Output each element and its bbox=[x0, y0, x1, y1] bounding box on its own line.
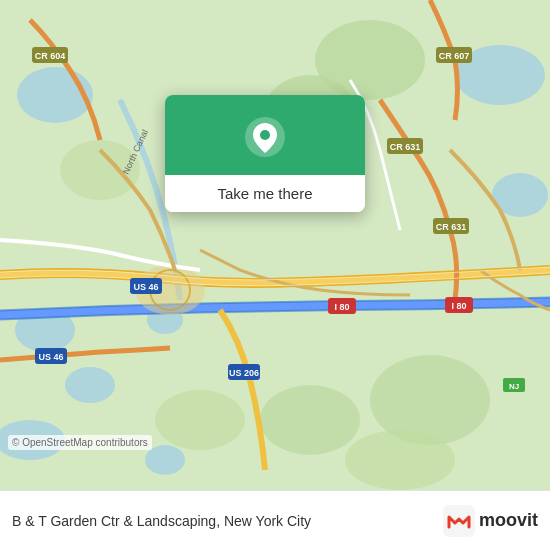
svg-point-12 bbox=[260, 385, 360, 455]
svg-text:US 46: US 46 bbox=[38, 352, 63, 362]
copyright-text: © OpenStreetMap contributors bbox=[8, 435, 152, 450]
svg-point-40 bbox=[260, 130, 270, 140]
map-container: North Canal US 4 bbox=[0, 0, 550, 490]
popup-green-area bbox=[165, 95, 365, 175]
bottom-bar: B & T Garden Ctr & Landscaping, New York… bbox=[0, 490, 550, 550]
map-svg: North Canal US 4 bbox=[0, 0, 550, 490]
moovit-icon bbox=[443, 505, 475, 537]
take-me-there-button[interactable]: Take me there bbox=[165, 175, 365, 212]
svg-point-14 bbox=[155, 390, 245, 450]
svg-text:I 80: I 80 bbox=[334, 302, 349, 312]
svg-point-15 bbox=[345, 430, 455, 490]
location-name: B & T Garden Ctr & Landscaping, New York… bbox=[12, 513, 443, 529]
svg-text:CR 631: CR 631 bbox=[436, 222, 467, 232]
svg-point-8 bbox=[145, 445, 185, 475]
moovit-text: moovit bbox=[479, 510, 538, 531]
svg-point-3 bbox=[65, 367, 115, 403]
svg-text:US 46: US 46 bbox=[133, 282, 158, 292]
moovit-logo: moovit bbox=[443, 505, 538, 537]
svg-text:CR 607: CR 607 bbox=[439, 51, 470, 61]
svg-text:US 206: US 206 bbox=[229, 368, 259, 378]
svg-text:I 80: I 80 bbox=[451, 301, 466, 311]
popup-card: Take me there bbox=[165, 95, 365, 212]
location-pin-icon bbox=[243, 115, 287, 159]
svg-text:CR 604: CR 604 bbox=[35, 51, 66, 61]
svg-text:CR 631: CR 631 bbox=[390, 142, 421, 152]
svg-text:NJ: NJ bbox=[509, 382, 519, 391]
